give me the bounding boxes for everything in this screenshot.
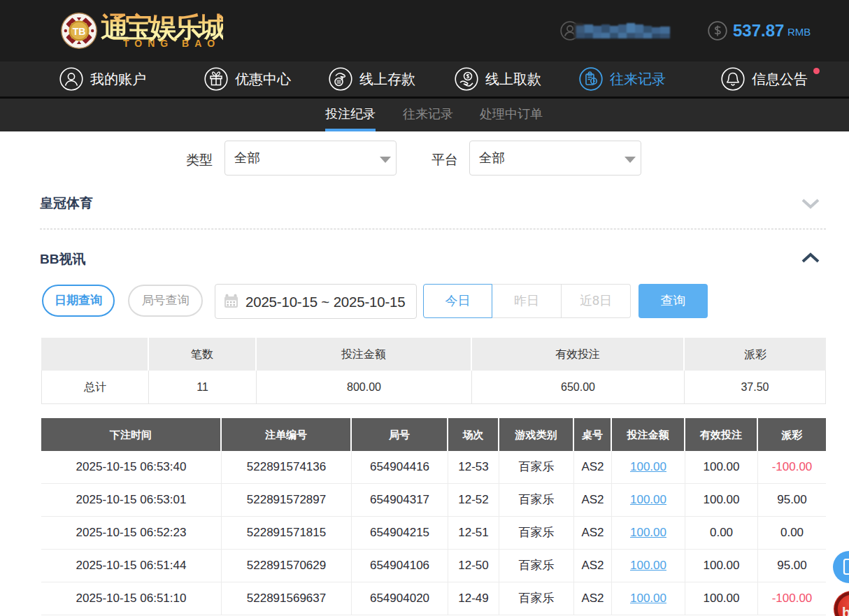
svg-text:TB: TB xyxy=(73,26,86,37)
svg-text:b: b xyxy=(842,605,849,616)
